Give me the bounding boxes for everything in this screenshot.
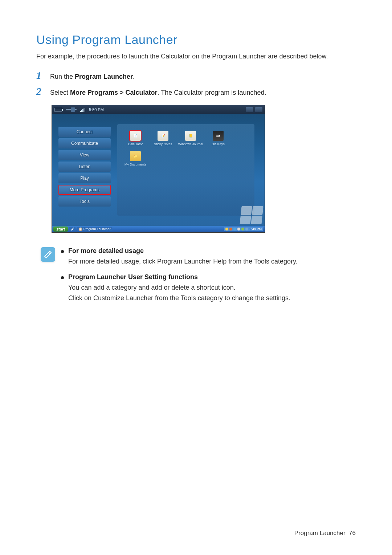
launcher-grid: 📄 Calculator 📝 Sticky Notes 📒 Windows Jo… <box>117 124 254 216</box>
tip-section: For more detailed usage For more detaile… <box>36 247 356 310</box>
step-text: Run the Program Launcher. <box>50 72 135 82</box>
tray-clock: 5:49 PM <box>249 227 262 231</box>
battery-icon <box>54 108 62 111</box>
taskbar: start 🖌 📋 Program Launcher 5:49 PM <box>52 226 265 232</box>
clock-text: 5:50 PM <box>89 107 104 112</box>
launcher-body: Connect Communicate View Listen Play Mor… <box>52 114 265 226</box>
note-user-settings: Program Launcher User Setting functions … <box>61 273 356 303</box>
app-label: Calculator <box>128 142 143 146</box>
bullet-icon <box>61 250 64 253</box>
brightness-slider[interactable] <box>66 109 77 110</box>
bullet-icon <box>61 276 64 279</box>
app-label: DialKeys <box>212 142 225 146</box>
quick-launch-icon[interactable]: 🖌 <box>69 227 75 231</box>
system-tray[interactable]: 5:49 PM <box>224 227 263 231</box>
step-number: 2 <box>36 86 50 97</box>
program-launcher-screenshot: 5:50 PM Connect Communicate View Listen … <box>52 105 265 233</box>
sidebar-item-play[interactable]: Play <box>58 173 111 183</box>
step-text: Select More Programs > Calculator. The C… <box>50 87 266 98</box>
app-sticky-notes[interactable]: 📝 Sticky Notes <box>150 131 176 150</box>
tray-icon[interactable] <box>245 228 248 230</box>
step-1: 1 Run the Program Launcher. <box>36 70 356 82</box>
titlebar: 5:50 PM <box>52 105 265 114</box>
step-2: 2 Select More Programs > Calculator. The… <box>36 86 356 98</box>
note-detailed-usage: For more detailed usage For more detaile… <box>61 247 356 267</box>
tray-icon[interactable] <box>225 228 228 230</box>
signal-icon <box>80 107 85 112</box>
page-title: Using Program Launcher <box>36 33 356 47</box>
taskbar-item-program-launcher[interactable]: 📋 Program Launcher <box>77 227 112 231</box>
windows-logo-icon <box>240 206 263 224</box>
app-my-documents[interactable]: 📁 My Documents <box>122 151 148 170</box>
document-icon: 📒 <box>185 131 196 141</box>
sidebar-item-connect[interactable]: Connect <box>58 127 111 137</box>
sidebar-item-communicate[interactable]: Communicate <box>58 138 111 148</box>
tray-icon[interactable] <box>229 228 232 230</box>
app-windows-journal[interactable]: 📒 Windows Journal <box>177 131 204 150</box>
app-label: My Documents <box>124 163 146 166</box>
start-button[interactable]: start <box>53 227 68 232</box>
sidebar-item-view[interactable]: View <box>58 150 111 160</box>
sidebar-item-listen[interactable]: Listen <box>58 162 111 172</box>
tray-icon[interactable] <box>237 228 240 230</box>
app-label: Sticky Notes <box>154 142 172 146</box>
pencil-note-icon <box>41 247 55 262</box>
tray-icon[interactable] <box>233 228 236 230</box>
steps-list: 1 Run the Program Launcher. 2 Select Mor… <box>36 70 356 98</box>
sidebar-item-tools[interactable]: Tools <box>58 196 111 207</box>
tray-icon[interactable] <box>241 228 244 230</box>
close-button[interactable] <box>255 107 262 112</box>
note-body: For more detailed usage, click Program L… <box>68 256 298 267</box>
document-icon: 📄 <box>130 131 141 141</box>
category-sidebar: Connect Communicate View Listen Play Mor… <box>52 114 117 226</box>
app-label: Windows Journal <box>178 142 203 146</box>
step-number: 1 <box>36 70 50 81</box>
app-dialkeys[interactable]: ⌨ DialKeys <box>205 131 231 150</box>
sidebar-item-more-programs[interactable]: More Programs <box>58 185 111 195</box>
document-icon: 📝 <box>158 131 168 141</box>
note-heading: For more detailed usage <box>68 247 298 255</box>
page-footer: Program Launcher 76 <box>294 530 356 537</box>
app-calculator[interactable]: 📄 Calculator <box>122 131 148 150</box>
note-body: You can add a category and add or delete… <box>68 282 290 303</box>
keyboard-icon: ⌨ <box>213 131 224 141</box>
folder-icon: 📁 <box>130 151 141 161</box>
note-heading: Program Launcher User Setting functions <box>68 273 290 281</box>
intro-paragraph: For example, the procedures to launch th… <box>36 51 356 62</box>
minimize-button[interactable] <box>246 107 253 112</box>
